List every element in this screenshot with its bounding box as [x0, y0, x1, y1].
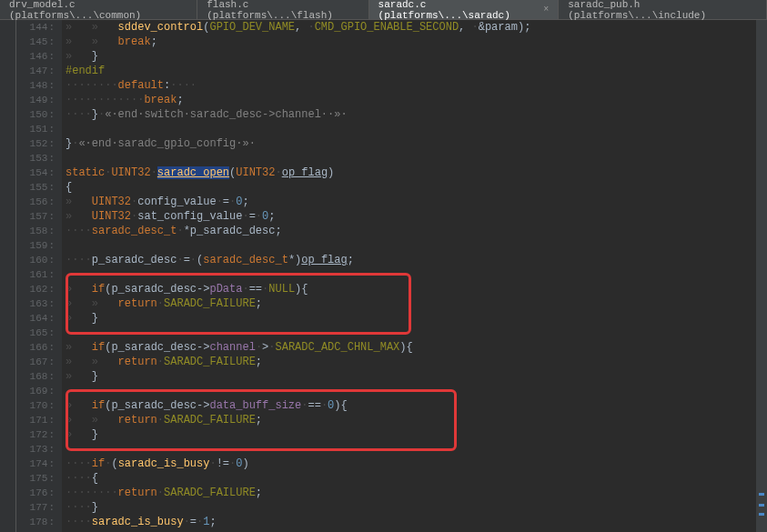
- code-line[interactable]: » if(p_saradc_desc->data_buff_size·==·0)…: [66, 398, 767, 413]
- tab-label: flash.c (platforms\...\flash): [207, 0, 358, 21]
- tab-drv-model[interactable]: drv_model.c (platforms\...\common): [0, 0, 197, 19]
- code-line[interactable]: #endif: [66, 64, 767, 78]
- code-line[interactable]: ····saradc_is_busy·=·1;: [66, 515, 767, 529]
- code-line[interactable]: [66, 326, 767, 340]
- code-line[interactable]: ····}: [66, 500, 767, 515]
- line-number: 144: [16, 20, 55, 35]
- line-number: 168: [16, 369, 55, 384]
- tab-label: drv_model.c (platforms\...\common): [9, 0, 187, 21]
- line-number: 152: [16, 136, 55, 151]
- code-line[interactable]: [66, 238, 767, 253]
- line-number: 174: [16, 457, 55, 471]
- code-line[interactable]: ····}·«·end·switch·saradc_desc->channel·…: [66, 107, 767, 122]
- line-number: 170: [16, 398, 55, 413]
- code-line[interactable]: ········default:····: [66, 78, 767, 93]
- code-line[interactable]: ····{: [66, 471, 767, 486]
- code-line[interactable]: » » return·SARADC_FAILURE;: [66, 413, 767, 427]
- code-line[interactable]: » }: [66, 369, 767, 384]
- code-line[interactable]: » » return·SARADC_FAILURE;: [66, 355, 767, 369]
- line-number: 166: [16, 340, 55, 355]
- tab-label: saradc.c (platforms\...\saradc): [378, 0, 540, 21]
- line-number: 176: [16, 486, 55, 500]
- tab-label: saradc_pub.h (platforms\...\include): [568, 0, 757, 21]
- code-editor[interactable]: 1441451461471481491501511521531541551561…: [0, 20, 767, 532]
- line-number: 158: [16, 224, 55, 238]
- code-line[interactable]: » UINT32·config_value·=·0;: [66, 195, 767, 209]
- line-number: 161: [16, 267, 55, 282]
- scroll-marker: [759, 504, 764, 507]
- line-number: 147: [16, 64, 55, 78]
- line-number: 155: [16, 180, 55, 195]
- code-line[interactable]: » » sddev_control(GPIO_DEV_NAME, ·CMD_GP…: [66, 20, 767, 35]
- vertical-scrollbar[interactable]: [756, 20, 767, 532]
- line-number: 169: [16, 384, 55, 398]
- line-number: 160: [16, 253, 55, 267]
- line-number: 177: [16, 500, 55, 515]
- code-line[interactable]: ········return·SARADC_FAILURE;: [66, 486, 767, 500]
- line-number: 171: [16, 413, 55, 427]
- line-number: 165: [16, 326, 55, 340]
- tab-flash[interactable]: flash.c (platforms\...\flash): [197, 0, 368, 19]
- line-number: 145: [16, 35, 55, 49]
- line-number: 154: [16, 166, 55, 180]
- code-line[interactable]: }·«·end·saradc_gpio_config·»·: [66, 136, 767, 151]
- code-line[interactable]: ····if·(saradc_is_busy·!=·0): [66, 457, 767, 471]
- line-number-gutter: 1441451461471481491501511521531541551561…: [16, 20, 62, 532]
- tab-bar: drv_model.c (platforms\...\common) flash…: [0, 0, 767, 20]
- line-number: 157: [16, 209, 55, 224]
- code-line[interactable]: ····p_saradc_desc·=·(saradc_desc_t*)op_f…: [66, 253, 767, 267]
- line-number: 164: [16, 311, 55, 326]
- close-icon[interactable]: ×: [543, 5, 549, 15]
- line-number: 172: [16, 427, 55, 442]
- code-line[interactable]: {: [66, 180, 767, 195]
- line-number: 151: [16, 122, 55, 136]
- code-line[interactable]: ····saradc_desc_t·*p_saradc_desc;: [66, 224, 767, 238]
- line-number: 175: [16, 471, 55, 486]
- code-line[interactable]: » if(p_saradc_desc->pData·==·NULL){: [66, 282, 767, 296]
- code-line[interactable]: » }: [66, 311, 767, 326]
- line-number: 163: [16, 296, 55, 311]
- code-line[interactable]: ············break;: [66, 93, 767, 107]
- code-line[interactable]: » UINT32·sat_config_value·=·0;: [66, 209, 767, 224]
- scroll-marker: [759, 493, 764, 496]
- code-line[interactable]: [66, 384, 767, 398]
- line-number: 178: [16, 515, 55, 529]
- tab-saradc-pub[interactable]: saradc_pub.h (platforms\...\include): [559, 0, 767, 19]
- code-line[interactable]: » » break;: [66, 35, 767, 49]
- editor-margin: [0, 20, 16, 532]
- code-line[interactable]: » if(p_saradc_desc->channel·>·SARADC_ADC…: [66, 340, 767, 355]
- line-number: 167: [16, 355, 55, 369]
- line-number: 149: [16, 93, 55, 107]
- tab-saradc[interactable]: saradc.c (platforms\...\saradc) ×: [369, 0, 560, 19]
- code-line[interactable]: » }: [66, 427, 767, 442]
- line-number: 159: [16, 238, 55, 253]
- line-number: 162: [16, 282, 55, 296]
- code-line[interactable]: [66, 442, 767, 457]
- line-number: 148: [16, 78, 55, 93]
- line-number: 156: [16, 195, 55, 209]
- line-number: 150: [16, 107, 55, 122]
- code-line[interactable]: » » return·SARADC_FAILURE;: [66, 296, 767, 311]
- code-line[interactable]: » }: [66, 49, 767, 64]
- code-line[interactable]: [66, 122, 767, 136]
- line-number: 153: [16, 151, 55, 166]
- line-number: 146: [16, 49, 55, 64]
- code-area[interactable]: » » sddev_control(GPIO_DEV_NAME, ·CMD_GP…: [62, 20, 767, 532]
- scroll-marker: [759, 513, 764, 516]
- line-number: 173: [16, 442, 55, 457]
- code-line[interactable]: [66, 267, 767, 282]
- code-line[interactable]: static·UINT32·saradc_open(UINT32·op_flag…: [66, 166, 767, 180]
- code-line[interactable]: [66, 151, 767, 166]
